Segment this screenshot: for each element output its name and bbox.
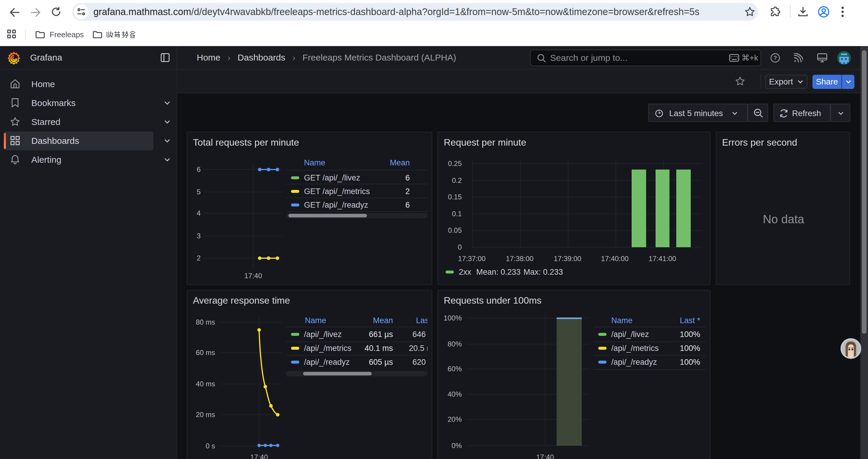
svg-text:0 s: 0 s: [206, 442, 215, 450]
svg-text:3: 3: [197, 232, 200, 240]
svg-text:40 ms: 40 ms: [196, 380, 215, 388]
svg-text:5: 5: [197, 188, 200, 196]
svg-text:0.1: 0.1: [452, 210, 462, 218]
svg-text:17:38:00: 17:38:00: [506, 255, 533, 263]
svg-text:80 ms: 80 ms: [196, 318, 215, 326]
svg-text:0.15: 0.15: [448, 193, 462, 201]
svg-text:17:40: 17:40: [536, 453, 554, 459]
svg-text:17:40:00: 17:40:00: [601, 255, 628, 263]
svg-text:4: 4: [197, 209, 200, 217]
svg-text:20%: 20%: [447, 415, 462, 423]
svg-text:17:40: 17:40: [250, 453, 268, 459]
svg-text:20 ms: 20 ms: [196, 411, 215, 419]
svg-text:80%: 80%: [447, 340, 462, 348]
svg-text:17:41:00: 17:41:00: [649, 255, 676, 263]
svg-text:17:39:00: 17:39:00: [554, 255, 581, 263]
svg-text:0%: 0%: [452, 441, 462, 450]
svg-text:0.2: 0.2: [452, 176, 462, 184]
svg-text:17:40: 17:40: [244, 272, 262, 280]
svg-text:0.05: 0.05: [448, 226, 462, 234]
svg-text:0: 0: [458, 243, 462, 251]
svg-text:60%: 60%: [447, 365, 462, 373]
svg-text:2: 2: [197, 254, 200, 262]
svg-text:17:37:00: 17:37:00: [458, 255, 486, 263]
svg-text:100%: 100%: [444, 314, 462, 322]
svg-text:?: ?: [773, 55, 777, 61]
svg-text:60 ms: 60 ms: [196, 349, 215, 357]
svg-text:6: 6: [197, 165, 200, 173]
svg-text:40%: 40%: [447, 390, 462, 398]
svg-text:0.25: 0.25: [448, 160, 462, 167]
